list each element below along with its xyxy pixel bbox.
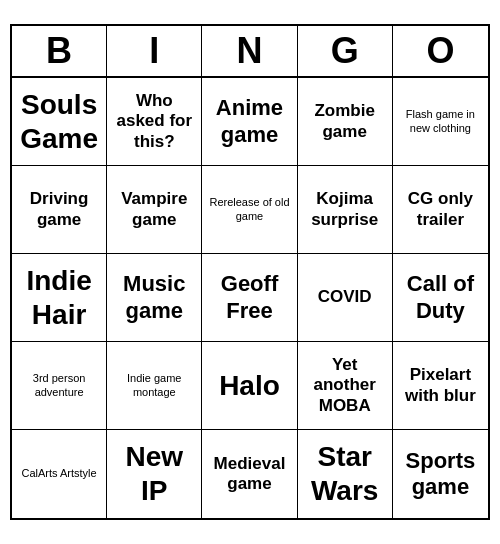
bingo-cell-text: Driving game <box>16 189 102 230</box>
bingo-cell-text: CG only trailer <box>397 189 484 230</box>
bingo-grid: Souls GameWho asked for this?Anime gameZ… <box>12 78 488 518</box>
bingo-cell-text: 3rd person adventure <box>16 372 102 398</box>
bingo-cell: Halo <box>202 342 297 430</box>
bingo-cell: Indie game montage <box>107 342 202 430</box>
bingo-cell-text: Indie Hair <box>16 264 102 331</box>
bingo-cell: COVID <box>298 254 393 342</box>
bingo-letter: G <box>298 26 393 76</box>
bingo-cell-text: Vampire game <box>111 189 197 230</box>
bingo-cell-text: Geoff Free <box>206 271 292 324</box>
bingo-cell: CG only trailer <box>393 166 488 254</box>
bingo-cell-text: Zombie game <box>302 101 388 142</box>
bingo-cell-text: New IP <box>111 440 197 507</box>
bingo-cell: Souls Game <box>12 78 107 166</box>
bingo-cell-text: Medieval game <box>206 454 292 495</box>
bingo-cell-text: Call of Duty <box>397 271 484 324</box>
bingo-cell: Anime game <box>202 78 297 166</box>
bingo-cell-text: Souls Game <box>16 88 102 155</box>
bingo-cell: Yet another MOBA <box>298 342 393 430</box>
bingo-cell: Medieval game <box>202 430 297 518</box>
bingo-header: BINGO <box>12 26 488 78</box>
bingo-cell: Call of Duty <box>393 254 488 342</box>
bingo-cell-text: Indie game montage <box>111 372 197 398</box>
bingo-cell: Vampire game <box>107 166 202 254</box>
bingo-cell-text: Pixelart with blur <box>397 365 484 406</box>
bingo-cell: Geoff Free <box>202 254 297 342</box>
bingo-letter: B <box>12 26 107 76</box>
bingo-letter: N <box>202 26 297 76</box>
bingo-cell: Driving game <box>12 166 107 254</box>
bingo-cell-text: Halo <box>219 369 280 403</box>
bingo-cell-text: Flash game in new clothing <box>397 108 484 134</box>
bingo-cell: Music game <box>107 254 202 342</box>
bingo-cell-text: Sports game <box>397 448 484 501</box>
bingo-cell-text: COVID <box>318 287 372 307</box>
bingo-cell: 3rd person adventure <box>12 342 107 430</box>
bingo-cell: Who asked for this? <box>107 78 202 166</box>
bingo-cell-text: Star Wars <box>302 440 388 507</box>
bingo-cell: Kojima surprise <box>298 166 393 254</box>
bingo-cell-text: Music game <box>111 271 197 324</box>
bingo-cell-text: Anime game <box>206 95 292 148</box>
bingo-cell: Flash game in new clothing <box>393 78 488 166</box>
bingo-cell: Star Wars <box>298 430 393 518</box>
bingo-cell-text: Who asked for this? <box>111 91 197 152</box>
bingo-cell: New IP <box>107 430 202 518</box>
bingo-letter: I <box>107 26 202 76</box>
bingo-board: BINGO Souls GameWho asked for this?Anime… <box>10 24 490 520</box>
bingo-cell: Rerelease of old game <box>202 166 297 254</box>
bingo-cell: Sports game <box>393 430 488 518</box>
bingo-cell: Indie Hair <box>12 254 107 342</box>
bingo-cell: Zombie game <box>298 78 393 166</box>
bingo-cell: CalArts Artstyle <box>12 430 107 518</box>
bingo-cell: Pixelart with blur <box>393 342 488 430</box>
bingo-cell-text: Kojima surprise <box>302 189 388 230</box>
bingo-cell-text: CalArts Artstyle <box>22 467 97 480</box>
bingo-cell-text: Yet another MOBA <box>302 355 388 416</box>
bingo-letter: O <box>393 26 488 76</box>
bingo-cell-text: Rerelease of old game <box>206 196 292 222</box>
